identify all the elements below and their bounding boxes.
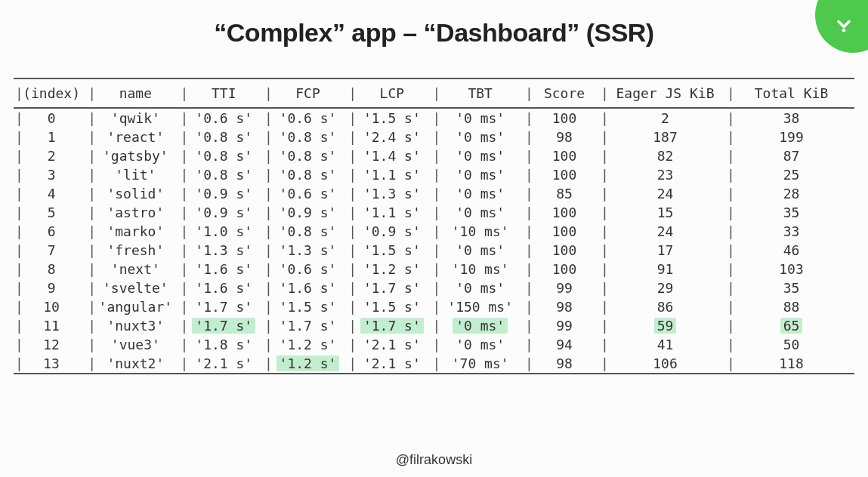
cell-value: 28 [780,186,803,202]
cell-value: '2.4 s' [360,129,424,145]
cell-value: 99 [553,318,576,334]
cell-tbt: '0 ms' [434,108,526,128]
cell-score: 98 [527,128,602,146]
cell-eager: 86 [602,297,728,316]
cell-value: '1.5 s' [360,299,424,315]
cell-value: '0 ms' [453,186,508,202]
cell-tti: '2.1 s' [182,354,266,374]
cell-value: '1.3 s' [360,186,424,202]
cell-value: 35 [780,280,803,296]
cell-value: '0.9 s' [360,223,424,239]
table-row: 10'angular''1.7 s''1.5 s''1.5 s''150 ms'… [14,297,854,316]
cell-value: 85 [553,186,576,202]
cell-value: 38 [780,110,803,126]
cell-index: 5 [14,203,89,222]
cell-value: '2.1 s' [360,355,424,371]
cell-fcp: '0.8 s' [266,128,350,146]
cell-fcp: '1.6 s' [266,279,350,297]
cell-value: '1.5 s' [360,110,424,126]
cell-index: 4 [14,184,89,203]
cell-value: '1.2 s' [360,261,424,277]
cell-tbt: '0 ms' [434,165,526,184]
cell-total: 50 [728,335,854,354]
cell-value: '1.5 s' [276,299,340,315]
table-row: 0'qwik''0.6 s''0.6 s''1.5 s''0 ms'100238 [14,108,854,128]
cell-value: 118 [776,355,807,371]
table-row: 2'gatsby''0.8 s''0.8 s''1.4 s''0 ms'1008… [14,146,854,165]
cell-index: 9 [14,279,89,297]
cell-value: 100 [549,261,580,277]
cell-value: '10 ms' [449,223,512,239]
cell-value: 'gatsby' [100,148,171,164]
table-row: 11'nuxt3''1.7 s''1.7 s''1.7 s''0 ms'9959… [14,316,854,335]
cell-fcp: '0.6 s' [266,184,350,203]
col-name: name [89,78,181,108]
cell-eager: 82 [602,146,728,165]
cell-tbt: '0 ms' [434,128,526,146]
table-row: 6'marko''1.0 s''0.8 s''0.9 s''10 ms'1002… [14,222,854,241]
cell-value: 29 [654,280,677,296]
cell-value: 5 [45,205,59,220]
table-row: 4'solid''0.9 s''0.6 s''1.3 s''0 ms'85242… [14,184,854,203]
cell-value: 100 [549,242,580,258]
cell-value: '0.8 s' [192,148,255,164]
cell-score: 99 [527,316,602,335]
cell-value: '1.7 s' [192,318,255,334]
cell-tti: '0.8 s' [182,128,266,146]
benchmark-table: (index) name TTI FCP LCP TBT Score Eager… [14,78,854,374]
cell-value: '150 ms' [444,299,516,315]
table-row: 8'next''1.6 s''0.6 s''1.2 s''10 ms'10091… [14,260,854,279]
cell-value: '0 ms' [453,148,508,164]
cell-value: '0 ms' [453,110,508,126]
cell-index: 3 [14,165,89,184]
cell-value: 3 [45,167,59,183]
cell-value: '1.2 s' [276,355,340,371]
cell-eager: 41 [602,335,728,354]
cell-value: 50 [780,337,803,352]
cell-eager: 17 [602,241,728,260]
cell-fcp: '0.8 s' [266,222,350,241]
cell-value: 13 [40,355,63,371]
cell-value: 'angular' [96,299,176,315]
cell-tbt: '10 ms' [434,260,526,279]
cell-value: 12 [40,337,63,352]
cell-value: 87 [780,148,803,164]
cell-value: '0.9 s' [192,186,255,202]
cell-value: 25 [780,167,803,183]
cell-value: '1.7 s' [276,318,340,334]
cell-lcp: '2.4 s' [350,128,434,146]
cell-value: 100 [549,148,580,164]
cell-score: 99 [527,279,602,297]
table-header-row: (index) name TTI FCP LCP TBT Score Eager… [14,78,854,108]
cell-value: '0.8 s' [192,167,255,183]
cell-lcp: '2.1 s' [350,335,434,354]
cell-total: 199 [728,128,854,146]
cell-value: '0.8 s' [276,223,340,239]
footer-credit: @filrakowski [0,452,868,468]
cell-value: 100 [549,110,580,126]
cell-value: 'qwik' [108,110,163,126]
cell-value: '0 ms' [453,167,508,183]
cell-name: 'svelte' [89,279,181,297]
cell-score: 98 [527,297,602,316]
cell-value: 'nuxt2' [103,355,167,371]
cell-value: '0 ms' [453,318,508,334]
cell-name: 'qwik' [89,108,181,128]
cell-lcp: '1.5 s' [350,241,434,260]
cell-tti: '1.0 s' [182,222,266,241]
cell-value: '1.3 s' [276,242,340,258]
cell-eager: 106 [602,354,728,374]
cell-total: 28 [728,184,854,203]
cell-value: '1.3 s' [192,242,255,258]
cell-value: '0 ms' [453,205,508,220]
cell-lcp: '1.4 s' [350,146,434,165]
cell-eager: 24 [602,184,728,203]
cell-value: 'nuxt3' [103,318,167,334]
cell-lcp: '1.5 s' [350,297,434,316]
cell-value: '0 ms' [453,242,508,258]
col-index: (index) [14,78,89,108]
cell-value: '1.7 s' [360,318,424,334]
col-eager: Eager JS KiB [602,78,728,108]
cell-value: '0.6 s' [276,186,340,202]
cell-total: 33 [728,222,854,241]
